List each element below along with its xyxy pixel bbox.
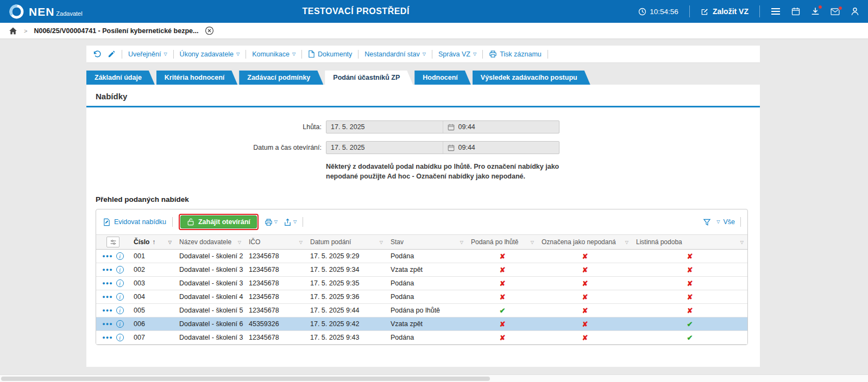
divider	[548, 50, 548, 59]
toolbar-item-sprava-vz[interactable]: Správa VZ▽	[438, 50, 476, 58]
info-icon[interactable]: i	[116, 293, 124, 301]
tab-zakladni-udaje[interactable]: Základní údaje	[86, 71, 155, 85]
paper-form-mark-icon: ✘	[687, 307, 693, 314]
toolbar-item-tisk-zaznamu[interactable]: Tisk záznamu	[489, 50, 542, 58]
toolbar-item-uverejneni[interactable]: Uveřejnění▽	[128, 50, 167, 58]
column-settings-button[interactable]	[106, 237, 119, 247]
column-filter-icon[interactable]: ▽	[380, 240, 383, 245]
mail-icon[interactable]	[831, 8, 840, 15]
history-icon[interactable]	[93, 50, 102, 59]
deadline-time-input[interactable]: 09:44	[443, 121, 559, 133]
opening-date-input[interactable]: 17. 5. 2025	[326, 144, 443, 151]
user-icon[interactable]	[851, 7, 859, 16]
row-menu-icon[interactable]: ●●●	[102, 294, 112, 300]
table-row[interactable]: ●●● i 005 Dodavatel - školení 5 12345678…	[96, 304, 747, 317]
deadline-date-input[interactable]: 17. 5. 2025	[326, 123, 443, 131]
row-menu-icon[interactable]: ●●●	[102, 281, 112, 286]
column-filter-icon[interactable]: ▽	[299, 240, 303, 245]
info-icon[interactable]: i	[116, 252, 124, 260]
paper-form-mark-icon: ✘	[687, 266, 693, 273]
cell-submitted: 17. 5. 2025 9:29	[306, 250, 387, 263]
table-row[interactable]: ●●● i 001 Dodavatel - školení 2 12345678…	[96, 250, 747, 263]
column-header-cislo[interactable]: Číslo ↑ ▽	[130, 235, 175, 249]
print-table-button[interactable]: ▽	[265, 218, 278, 226]
cell-supplier: Dodavatel - školení 3	[175, 277, 245, 290]
info-icon[interactable]: i	[116, 266, 124, 273]
toolbar-item-nestandardni-stav[interactable]: Nestandardní stav▽	[364, 50, 426, 58]
tab-vysledek-zadavaciho-postupu[interactable]: Výsledek zadávacího postupu	[473, 71, 590, 85]
not-submitted-mark-icon: ✘	[582, 307, 588, 314]
info-icon[interactable]: i	[116, 320, 124, 328]
start-opening-button[interactable]: Zahájit otevírání	[180, 215, 257, 228]
cell-status: Podána	[387, 331, 467, 344]
column-header-listinna-podoba[interactable]: Listinná podoba ▽	[632, 235, 747, 249]
column-header-ico[interactable]: IČO ▽	[245, 235, 306, 249]
edit-record-icon[interactable]	[108, 50, 116, 58]
cell-ico: 12345678	[245, 304, 306, 317]
home-icon[interactable]	[9, 27, 17, 35]
cell-ico: 12345678	[245, 277, 306, 290]
deadline-label: Lhůta:	[86, 120, 322, 133]
row-menu-icon[interactable]: ●●●	[102, 321, 112, 327]
table-row[interactable]: ●●● i 004 Dodavatel - školení 4 12345678…	[96, 290, 747, 304]
tab-zadavaci-podminky[interactable]: Zadávací podmínky	[239, 71, 323, 85]
tab-podani-ucastniku-zp[interactable]: Podání účastníků ZP	[325, 71, 413, 85]
divider	[173, 50, 174, 59]
column-filter-icon[interactable]: ▽	[460, 240, 463, 245]
cell-supplier: Dodavatel - školení 3	[175, 331, 245, 344]
table-row[interactable]: ●●● i 002 Dodavatel - školení 3 12345678…	[96, 263, 747, 277]
horizontal-scrollbar[interactable]	[0, 374, 868, 382]
table-row[interactable]: ●●● i 003 Dodavatel - školení 3 12345678…	[96, 277, 747, 290]
app-name: NEN	[29, 6, 54, 17]
column-filter-icon[interactable]: ▽	[238, 240, 241, 245]
table-row[interactable]: ●●● i 007 Dodavatel - školení 3 12345678…	[96, 331, 747, 345]
calendar-icon[interactable]	[791, 7, 800, 16]
column-filter-icon[interactable]: ▽	[168, 240, 172, 245]
toolbar-item-ukony-zadavatele[interactable]: Úkony zadavatele▽	[180, 50, 240, 58]
late-offer-warning: Některý z dodavatelů podal nabídku po lh…	[326, 162, 565, 181]
column-header-stav[interactable]: Stav ▽	[387, 235, 467, 249]
cell-ico: 12345678	[245, 290, 306, 303]
late-mark-icon: ✘	[500, 294, 506, 301]
table-row[interactable]: ●●● i 006 Dodavatel - školení 6 45359326…	[96, 317, 747, 331]
register-offer-button[interactable]: Evidovat nabídku	[103, 218, 166, 226]
row-menu-icon[interactable]: ●●●	[102, 308, 112, 313]
breadcrumb-record[interactable]: N006/25/V00004741 - Posílení kybernetick…	[34, 27, 198, 35]
toolbar-item-komunikace[interactable]: Komunikace▽	[252, 50, 295, 58]
tab-hodnoceni[interactable]: Hodnocení	[414, 71, 471, 85]
cell-submitted: 17. 5. 2025 9:43	[306, 331, 387, 344]
close-record-icon[interactable]	[205, 26, 214, 35]
row-menu-icon[interactable]: ●●●	[102, 267, 112, 272]
calendar-icon	[448, 144, 455, 151]
column-header-oznacena-jako-nepodana[interactable]: Označena jako nepodaná ▽	[538, 235, 632, 249]
section-title: Nabídky	[86, 85, 760, 106]
row-menu-icon[interactable]: ●●●	[102, 335, 112, 340]
create-vz-button[interactable]: Založit VZ	[701, 7, 749, 16]
row-menu-icon[interactable]: ●●●	[102, 253, 112, 259]
column-filter-icon[interactable]: ▽	[625, 240, 628, 245]
column-filter-icon[interactable]: ▽	[531, 240, 534, 245]
info-icon[interactable]: i	[116, 279, 124, 287]
column-header-datum-podani[interactable]: Datum podání ▽	[306, 235, 387, 249]
info-icon[interactable]: i	[116, 307, 124, 314]
column-header-nazev-dodavatele[interactable]: Název dodavatele ▽	[175, 235, 245, 249]
info-icon[interactable]: i	[116, 334, 124, 341]
tab-kriteria-hodnoceni[interactable]: Kritéria hodnocení	[156, 71, 237, 85]
divider	[689, 5, 690, 17]
breadcrumb: > N006/25/V00004741 - Posílení kyberneti…	[0, 23, 868, 39]
cell-ico: 45359326	[245, 317, 306, 330]
cell-ico: 12345678	[245, 263, 306, 276]
export-table-button[interactable]: ▽	[284, 218, 297, 226]
scrollbar-thumb[interactable]	[1, 377, 490, 381]
downloads-icon[interactable]	[811, 7, 820, 16]
opening-time-input[interactable]: 09:44	[443, 142, 559, 154]
divider	[301, 50, 302, 59]
menu-icon[interactable]	[771, 8, 781, 15]
paper-form-mark-icon: ✘	[687, 253, 693, 260]
column-header-podana-po-lhute[interactable]: Podaná po lhůtě ▽	[467, 235, 538, 249]
filter-icon[interactable]	[703, 218, 711, 226]
column-filter-icon[interactable]: ▽	[740, 240, 744, 245]
tab-bar: Základní údaje Kritéria hodnocení Zadáva…	[86, 71, 760, 85]
filter-preset-select[interactable]: ▽ Vše	[716, 218, 735, 226]
toolbar-item-dokumenty[interactable]: Dokumenty	[308, 50, 352, 58]
